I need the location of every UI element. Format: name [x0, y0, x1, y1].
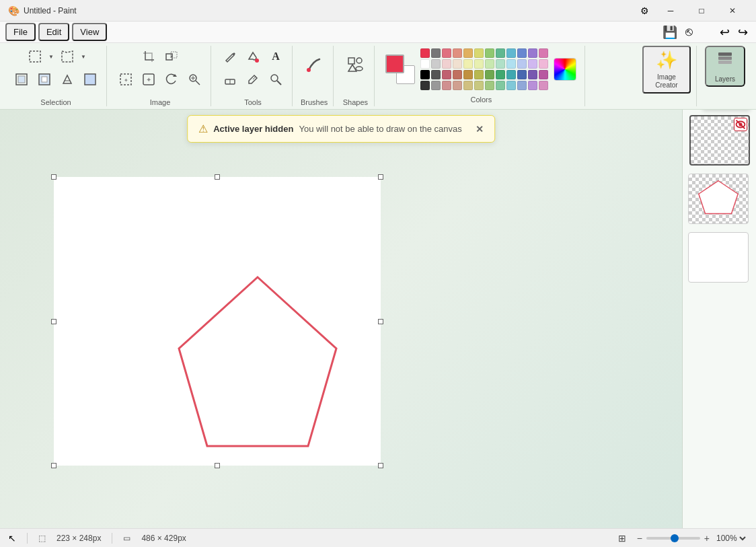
magnifier-button[interactable] — [265, 69, 287, 90]
maximize-button[interactable]: □ — [686, 0, 717, 22]
select-free-button[interactable] — [56, 46, 78, 67]
color-swatch[interactable] — [420, 81, 430, 90]
color-swatch[interactable] — [506, 81, 516, 90]
layer-1-thumbnail[interactable] — [689, 115, 750, 166]
color-swatch[interactable] — [485, 81, 494, 90]
resize-button[interactable] — [161, 46, 182, 67]
color-swatch[interactable] — [506, 59, 516, 69]
zoom-in-button[interactable]: + — [704, 533, 710, 544]
color-swatch[interactable] — [453, 70, 462, 79]
color-swatch[interactable] — [485, 70, 494, 79]
minimize-button[interactable]: ─ — [655, 0, 686, 22]
color-swatch[interactable] — [431, 48, 441, 58]
color-swatch[interactable] — [517, 59, 527, 69]
rotate-button[interactable] — [161, 69, 182, 90]
zoom-select[interactable]: 50% 75% 100% 125% 150% 200% — [714, 533, 748, 544]
color-swatch[interactable] — [496, 48, 505, 58]
share-button[interactable]: ⎋ — [683, 22, 695, 42]
ai-select-button[interactable]: ✦ — [115, 69, 137, 90]
color-swatch[interactable] — [528, 48, 537, 58]
color-swatch[interactable] — [539, 59, 548, 69]
color-swatch[interactable] — [463, 70, 473, 79]
close-button[interactable]: ✕ — [717, 0, 748, 22]
color-swatch[interactable] — [431, 70, 441, 79]
zoom-slider-thumb[interactable] — [671, 534, 679, 542]
color-swatch[interactable] — [442, 48, 451, 58]
color-swatch[interactable] — [474, 48, 484, 58]
color-swatch[interactable] — [420, 59, 430, 69]
pencil-button[interactable] — [219, 46, 241, 67]
color-swatch[interactable] — [474, 59, 484, 69]
handle-middle-left[interactable] — [51, 319, 56, 324]
handle-bottom-left[interactable] — [51, 463, 56, 468]
handle-bottom-middle[interactable] — [215, 463, 220, 468]
select-rect-button[interactable] — [24, 46, 46, 67]
color-wheel-button[interactable] — [554, 58, 576, 81]
image-creator-button[interactable]: ✨ Image Creator — [642, 46, 691, 94]
color-swatch[interactable] — [463, 59, 473, 69]
eraser-button[interactable] — [219, 69, 241, 90]
color-swatch[interactable] — [496, 70, 505, 79]
color-swatch[interactable] — [420, 48, 430, 58]
color-swatch[interactable] — [528, 81, 537, 90]
select-mode-arrow[interactable]: ▼ — [47, 46, 55, 67]
eyedropper-button[interactable] — [242, 69, 264, 90]
invert-select-button[interactable] — [34, 69, 55, 90]
color-swatch[interactable] — [442, 59, 451, 69]
menu-item-file[interactable]: File — [5, 23, 36, 41]
zoom-slider[interactable] — [646, 537, 700, 540]
color-swatch[interactable] — [517, 81, 527, 90]
undo-button[interactable]: ↩ — [717, 22, 732, 42]
color-swatch[interactable] — [453, 48, 462, 58]
color-swatch[interactable] — [453, 81, 462, 90]
color-swatch[interactable] — [506, 70, 516, 79]
color-swatch[interactable] — [474, 70, 484, 79]
color-swatch[interactable] — [442, 81, 451, 90]
color-swatch[interactable] — [485, 48, 494, 58]
settings-button[interactable]: ⚙ — [634, 0, 655, 22]
color-swatch[interactable] — [528, 59, 537, 69]
color-swatch[interactable] — [420, 70, 430, 79]
layer-hide-button[interactable] — [734, 118, 747, 131]
cursor-tool-button[interactable]: ↖ — [8, 533, 16, 544]
handle-top-right[interactable] — [378, 174, 383, 180]
color-swatch[interactable] — [485, 59, 494, 69]
redo-button[interactable]: ↪ — [735, 22, 751, 42]
layer-3-thumbnail[interactable] — [688, 232, 749, 283]
color-swatch[interactable] — [506, 48, 516, 58]
layers-button[interactable]: Layers — [705, 46, 745, 87]
handle-top-middle[interactable] — [215, 174, 220, 180]
zoom-image-button[interactable] — [184, 69, 205, 90]
select-all-button[interactable] — [11, 69, 32, 90]
shapes-button[interactable] — [342, 46, 369, 83]
foreground-color-swatch[interactable] — [385, 54, 404, 73]
color-swatch[interactable] — [496, 81, 505, 90]
color-swatch[interactable] — [463, 48, 473, 58]
color-swatch[interactable] — [453, 59, 462, 69]
canvas-surface[interactable] — [54, 177, 381, 466]
canvas-area[interactable]: ⚠ Active layer hidden You will not be ab… — [0, 110, 682, 528]
select-color-button[interactable] — [56, 69, 78, 90]
crop-button[interactable] — [138, 46, 159, 67]
color-swatch[interactable] — [517, 48, 527, 58]
select-fill-button[interactable] — [79, 69, 101, 90]
erase-bg-button[interactable]: ✦ — [138, 69, 159, 90]
color-swatch[interactable] — [442, 70, 451, 79]
brushes-button[interactable] — [301, 46, 328, 83]
color-swatch[interactable] — [496, 59, 505, 69]
color-swatch[interactable] — [463, 81, 473, 90]
handle-top-left[interactable] — [51, 174, 56, 180]
handle-middle-right[interactable] — [378, 319, 383, 324]
color-swatch[interactable] — [539, 48, 548, 58]
color-swatch[interactable] — [528, 70, 537, 79]
color-swatch[interactable] — [474, 81, 484, 90]
fill-button[interactable] — [242, 46, 264, 67]
handle-bottom-right[interactable] — [378, 463, 383, 468]
layer-2-thumbnail[interactable] — [688, 174, 749, 224]
menu-item-view[interactable]: View — [72, 23, 107, 41]
text-button[interactable]: A — [265, 46, 287, 67]
color-swatch[interactable] — [517, 70, 527, 79]
color-swatch[interactable] — [431, 81, 441, 90]
save-button[interactable]: 💾 — [660, 22, 680, 42]
select-free-arrow[interactable]: ▼ — [79, 46, 87, 67]
